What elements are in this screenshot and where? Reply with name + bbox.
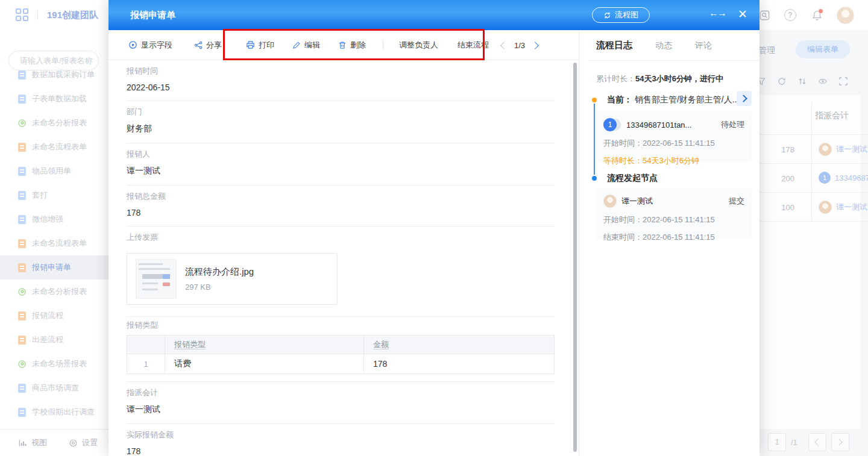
flow-form-icon — [18, 311, 26, 320]
cell-amount: 178 — [373, 359, 387, 369]
show-fields-button[interactable]: 显示字段 — [128, 40, 172, 51]
flowchart-button[interactable]: 流程图 — [592, 7, 650, 23]
form-icon — [18, 384, 26, 393]
field-value: 谭一测试 — [127, 404, 555, 415]
status-badge: 提交 — [729, 196, 744, 207]
expand-arrows-icon[interactable]: ←→ — [709, 8, 726, 19]
page-number-box[interactable]: 1 — [768, 433, 786, 451]
field-label: 上传发票 — [127, 226, 555, 243]
report-icon — [18, 288, 26, 296]
team-name[interactable]: 191创建团队 — [47, 10, 98, 21]
share-icon — [194, 41, 203, 49]
tab-comments[interactable]: 评论 — [695, 40, 712, 51]
current-node-dot — [592, 98, 597, 102]
form-icon — [18, 70, 26, 80]
report-icon — [18, 119, 26, 127]
eye-icon[interactable] — [818, 77, 828, 86]
edit-form-button[interactable]: 编辑表单 — [796, 40, 850, 58]
flow-form-icon — [18, 336, 26, 345]
user-avatar[interactable] — [837, 7, 854, 24]
start-time: 开始时间：2022-06-15 11:41:15 — [603, 214, 744, 225]
sidebar-item[interactable]: 未命名分析报表 — [0, 111, 108, 135]
approver-avatar-stack: 1 — [603, 118, 621, 131]
sidebar-item[interactable]: 未命名分析报表 — [0, 280, 108, 304]
field-value: 2022-06-15 — [127, 83, 555, 92]
sidebar-item[interactable]: 微信增强 — [0, 207, 108, 231]
subtable-header-row: 报销类型 金额 — [127, 336, 554, 354]
field-label: 部门 — [127, 101, 555, 117]
assignee-avatar — [819, 143, 832, 156]
prev-record-icon[interactable] — [500, 42, 508, 49]
attachment-size: 297 KB — [185, 283, 254, 292]
show-fields-icon — [128, 40, 137, 49]
sidebar-search[interactable] — [8, 51, 99, 70]
field-label: 报销类型 — [127, 317, 555, 331]
close-icon[interactable]: ✕ — [738, 7, 747, 21]
search-input[interactable] — [19, 55, 93, 66]
tab-activity[interactable]: 动态 — [655, 40, 672, 51]
start-time: 开始时间：2022-06-15 11:41:15 — [603, 138, 744, 149]
sidebar-item[interactable]: 报销流程 — [0, 304, 108, 328]
help-icon[interactable]: ? — [784, 9, 796, 21]
sidebar-item[interactable]: 物品领用单 — [0, 159, 108, 183]
attachment-name: 流程待办介绍.jpg — [185, 266, 254, 278]
sidebar-item[interactable]: 学校假期出行调查 — [0, 400, 108, 424]
record-page-indicator: 1/3 — [514, 41, 525, 50]
sidebar-item[interactable]: 未命名场景报表 — [0, 352, 108, 376]
approver-name: 13349687101tan... — [626, 120, 721, 130]
attachment-thumbnail — [136, 259, 177, 299]
sidebar-item[interactable]: 未命名流程表单 — [0, 231, 108, 255]
sidebar-item[interactable]: 未命名流程表单 — [0, 135, 108, 159]
process-log-panel: 流程日志 动态 评论 累计时长：54天3小时6分钟，进行中 当前： 销售部主管/… — [579, 30, 760, 456]
notification-dot — [818, 8, 823, 14]
form-icon — [18, 215, 26, 224]
content-scrollbar[interactable] — [573, 63, 577, 452]
status-badge: 待处理 — [721, 119, 744, 130]
views-toggle[interactable]: 视图 — [18, 437, 47, 448]
panel-tabs: 流程日志 动态 评论 — [596, 40, 712, 51]
record-detail-modal: 报销申请单 流程图 ←→ ✕ 显示字段 分享 打印 编辑 删除 — [108, 0, 760, 456]
row-index: 1 — [143, 360, 148, 369]
sort-icon[interactable] — [797, 77, 807, 86]
sidebar-item[interactable]: 商品市场调查 — [0, 376, 108, 400]
field-label: 报销人 — [127, 143, 555, 160]
subtable-header-type: 报销类型 — [174, 339, 206, 350]
expand-current-node-button[interactable] — [737, 91, 752, 106]
field-value: 178 — [127, 446, 555, 456]
bg-pagination: 1 /1 — [768, 433, 849, 451]
field-label: 报销时间 — [127, 60, 555, 77]
sidebar-item-selected[interactable]: 报销申请单 — [0, 255, 108, 280]
share-button[interactable]: 分享 — [194, 40, 222, 51]
start-node-dot — [592, 176, 597, 181]
sidebar-item[interactable]: 出差流程 — [0, 328, 108, 352]
submitter-avatar — [603, 195, 617, 208]
sidebar: 数据加载采购订单 子表单数据加载 未命名分析报表 未命名流程表单 物品领用单 套… — [0, 30, 108, 456]
sidebar-item[interactable]: 套打 — [0, 183, 108, 207]
settings-button[interactable]: 设置 — [69, 437, 98, 448]
report-icon — [18, 360, 26, 368]
field-value: 178 — [127, 208, 555, 217]
cell-type: 话费 — [174, 358, 191, 369]
log-entry-submitted: 谭一测试 提交 开始时间：2022-06-15 11:41:15 结束时间：20… — [596, 188, 752, 239]
wait-duration: 等待时长：54天3小时6分钟 — [603, 155, 744, 166]
scan-search-icon[interactable] — [759, 10, 770, 21]
sidebar-item[interactable]: 子表单数据加载 — [0, 87, 108, 111]
refresh-icon[interactable] — [777, 77, 787, 86]
prev-page-button[interactable] — [808, 433, 826, 451]
field-label: 实际报销金额 — [127, 424, 555, 440]
flowchart-icon — [603, 11, 611, 19]
app-grid-icon[interactable] — [16, 8, 29, 22]
fullscreen-icon[interactable] — [838, 77, 848, 86]
field-value: 财务部 — [127, 123, 555, 134]
tab-process-log[interactable]: 流程日志 — [596, 40, 632, 51]
next-record-icon[interactable] — [531, 42, 539, 49]
approver-badge: 1 — [603, 118, 617, 131]
bg-column-border — [811, 102, 812, 222]
attachment-card[interactable]: 流程待办介绍.jpg 297 KB — [127, 253, 338, 305]
total-duration: 累计时长：54天3小时6分钟，进行中 — [596, 73, 723, 84]
flow-form-icon — [18, 143, 26, 152]
timeline-connector — [594, 104, 595, 175]
form-icon — [18, 191, 26, 200]
next-page-button[interactable] — [831, 433, 849, 451]
subtable-header-amount: 金额 — [373, 339, 389, 350]
